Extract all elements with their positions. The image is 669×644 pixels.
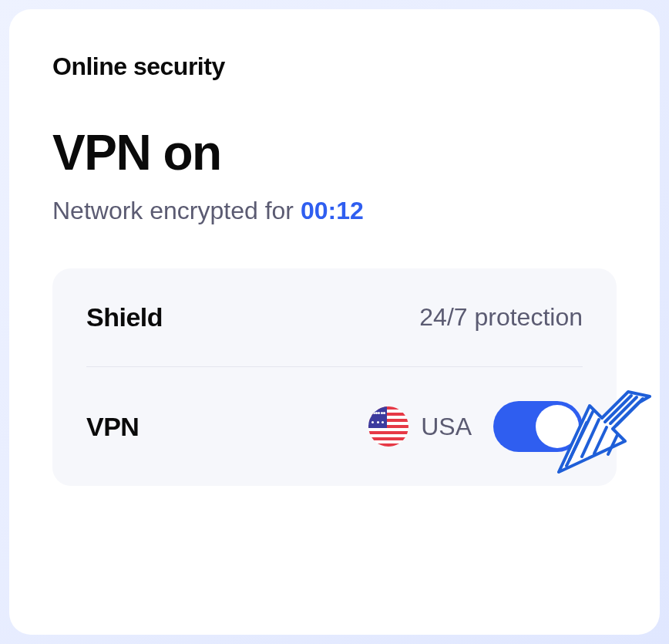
- shield-value: 24/7 protection: [419, 303, 583, 332]
- duration-value: 00:12: [301, 197, 364, 224]
- usa-flag-icon: [368, 406, 408, 447]
- vpn-right-group: USA: [368, 401, 583, 452]
- toggle-knob: [536, 405, 579, 448]
- section-title: Online security: [52, 52, 617, 81]
- vpn-row: VPN: [86, 366, 583, 486]
- settings-panel: Shield 24/7 protection VPN: [52, 268, 617, 486]
- svg-line-1: [617, 399, 643, 425]
- shield-row[interactable]: Shield 24/7 protection: [86, 268, 583, 366]
- subtitle: Network encrypted for 00:12: [52, 197, 617, 225]
- subtitle-prefix: Network encrypted for: [52, 197, 301, 224]
- vpn-label: VPN: [86, 412, 139, 442]
- security-card: Online security VPN on Network encrypted…: [9, 9, 660, 635]
- vpn-toggle[interactable]: [493, 401, 583, 452]
- vpn-country[interactable]: USA: [368, 406, 472, 447]
- shield-label: Shield: [86, 302, 163, 332]
- vpn-country-name: USA: [421, 413, 472, 441]
- main-title: VPN on: [52, 124, 617, 181]
